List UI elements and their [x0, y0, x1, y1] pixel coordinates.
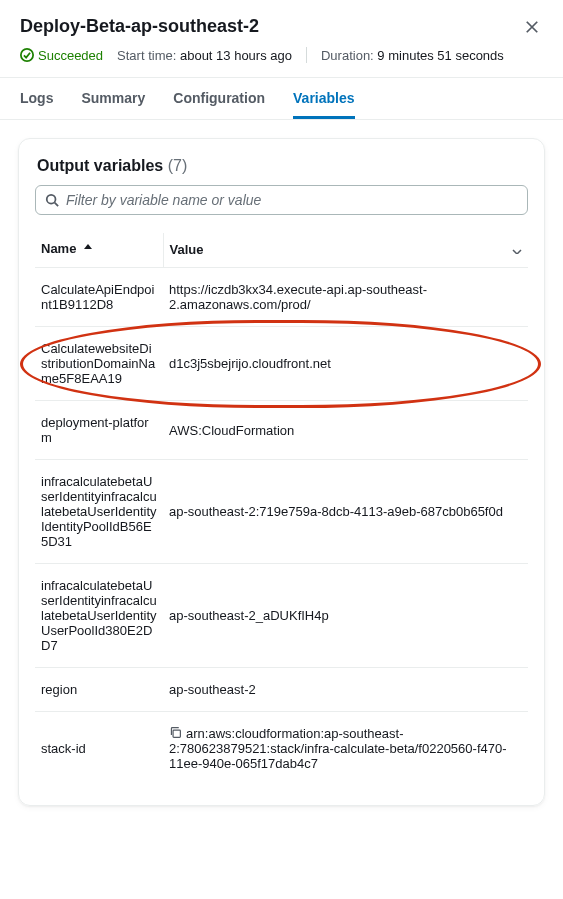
variable-value: ap-southeast-2:719e759a-8dcb-4113-a9eb-6… — [163, 460, 528, 564]
duration-label: Duration: — [321, 48, 374, 63]
variable-name: infracalculatebetaUserIdentityinfracalcu… — [35, 564, 163, 668]
duration: Duration: 9 minutes 51 seconds — [321, 48, 504, 63]
status-text: Succeeded — [38, 48, 103, 63]
start-value: about 13 hours ago — [180, 48, 292, 63]
duration-value: 9 minutes 51 seconds — [377, 48, 503, 63]
variable-name: region — [35, 668, 163, 712]
table-row: deployment-platformAWS:CloudFormation — [35, 401, 528, 460]
sort-none-icon — [512, 242, 522, 257]
start-label: Start time: — [117, 48, 176, 63]
col-header-name[interactable]: Name — [35, 233, 163, 268]
table-row: infracalculatebetaUserIdentityinfracalcu… — [35, 460, 528, 564]
close-button[interactable] — [521, 16, 543, 41]
start-time: Start time: about 13 hours ago — [117, 48, 292, 63]
table-row: regionap-southeast-2 — [35, 668, 528, 712]
output-variables-card: Output variables (7) Name Value — [18, 138, 545, 806]
panel-header: Deploy-Beta-ap-southeast-2 — [20, 16, 543, 41]
value-text: ap-southeast-2_aDUKfIH4p — [169, 608, 329, 623]
variable-name: deployment-platform — [35, 401, 163, 460]
variable-value: https://iczdb3kx34.execute-api.ap-southe… — [163, 268, 528, 327]
svg-rect-2 — [173, 730, 180, 737]
card-title-text: Output variables — [37, 157, 163, 174]
close-icon — [525, 20, 539, 34]
status-badge: Succeeded — [20, 48, 103, 63]
copy-icon[interactable] — [169, 726, 182, 739]
variable-name: stack-id — [35, 712, 163, 786]
success-icon — [20, 48, 34, 62]
table-body: CalculateApiEndpoint1B9112D8https://iczd… — [35, 268, 528, 786]
value-text: arn:aws:cloudformation:ap-southeast-2:78… — [169, 726, 507, 771]
variable-name: CalculateApiEndpoint1B9112D8 — [35, 268, 163, 327]
variables-table: Name Value CalculateApiEndpoint1B9112D8h… — [35, 233, 528, 785]
tab-variables[interactable]: Variables — [293, 78, 355, 119]
table-row: CalculateApiEndpoint1B9112D8https://iczd… — [35, 268, 528, 327]
table-row: CalculatewebsiteDistributionDomainName5F… — [35, 327, 528, 401]
tab-logs[interactable]: Logs — [20, 78, 53, 119]
variable-value: arn:aws:cloudformation:ap-southeast-2:78… — [163, 712, 528, 786]
variable-value: d1c3j5sbejrijo.cloudfront.net — [163, 327, 528, 401]
value-text: https://iczdb3kx34.execute-api.ap-southe… — [169, 282, 427, 312]
search-wrap — [35, 185, 528, 215]
svg-point-1 — [47, 195, 56, 204]
variable-name: CalculatewebsiteDistributionDomainName5F… — [35, 327, 163, 401]
value-text: ap-southeast-2:719e759a-8dcb-4113-a9eb-6… — [169, 504, 503, 519]
card-count: (7) — [168, 157, 188, 174]
table-header-row: Name Value — [35, 233, 528, 268]
meta-row: Succeeded Start time: about 13 hours ago… — [20, 47, 543, 63]
value-text: AWS:CloudFormation — [169, 423, 294, 438]
card-title: Output variables (7) — [37, 157, 528, 175]
table-row: infracalculatebetaUserIdentityinfracalcu… — [35, 564, 528, 668]
tab-summary[interactable]: Summary — [81, 78, 145, 119]
variable-value: ap-southeast-2_aDUKfIH4p — [163, 564, 528, 668]
detail-panel: Deploy-Beta-ap-southeast-2 Succeeded Sta… — [0, 0, 563, 63]
search-icon — [45, 193, 59, 207]
search-input[interactable] — [35, 185, 528, 215]
variable-value: ap-southeast-2 — [163, 668, 528, 712]
sort-asc-icon — [84, 242, 92, 257]
meta-separator — [306, 47, 307, 63]
variable-name: infracalculatebetaUserIdentityinfracalcu… — [35, 460, 163, 564]
variable-value: AWS:CloudFormation — [163, 401, 528, 460]
svg-point-0 — [21, 49, 33, 61]
value-text: d1c3j5sbejrijo.cloudfront.net — [169, 356, 331, 371]
table-row: stack-idarn:aws:cloudformation:ap-southe… — [35, 712, 528, 786]
tab-bar: Logs Summary Configuration Variables — [0, 78, 563, 120]
tab-content: Output variables (7) Name Value — [0, 120, 563, 824]
value-text: ap-southeast-2 — [169, 682, 256, 697]
tab-configuration[interactable]: Configuration — [173, 78, 265, 119]
page-title: Deploy-Beta-ap-southeast-2 — [20, 16, 259, 37]
col-header-value[interactable]: Value — [163, 233, 528, 268]
